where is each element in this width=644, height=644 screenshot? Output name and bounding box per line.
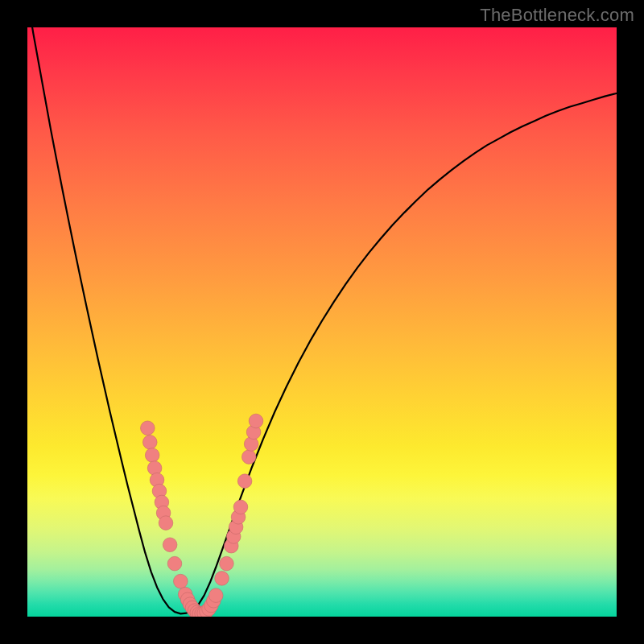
data-marker — [233, 500, 248, 514]
data-marker — [145, 448, 159, 463]
data-marker — [141, 421, 155, 436]
data-marker — [142, 436, 157, 450]
data-marker — [167, 556, 182, 571]
data-marker — [215, 572, 229, 586]
data-marker — [220, 556, 234, 571]
curve-svg — [27, 27, 617, 617]
plot-area — [27, 27, 617, 617]
data-marker — [249, 414, 263, 428]
watermark-text: TheBottleneck.com — [480, 5, 634, 26]
bottleneck-curve — [27, 27, 617, 613]
data-marker — [163, 538, 177, 552]
data-marker — [208, 588, 223, 603]
markers-group — [141, 414, 263, 617]
data-marker — [242, 450, 256, 464]
data-marker — [174, 574, 188, 588]
data-marker — [159, 516, 173, 530]
data-marker — [237, 474, 252, 489]
chart-frame: TheBottleneck.com — [0, 0, 644, 644]
